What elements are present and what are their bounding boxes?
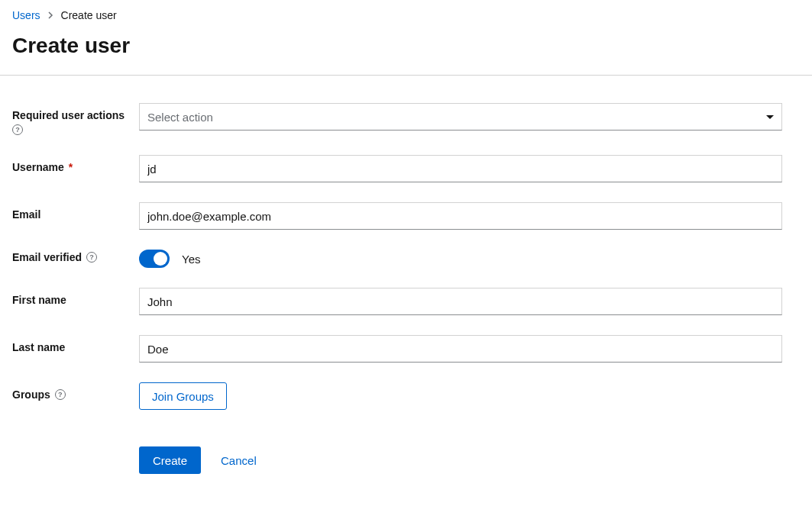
chevron-right-icon [48, 11, 53, 19]
toggle-state-label: Yes [182, 253, 200, 266]
field-required-user-actions: Required user actions ? Select action [12, 103, 782, 135]
field-email: Email [12, 202, 782, 230]
page-title: Create user [12, 34, 800, 58]
breadcrumb: Users Create user [12, 9, 800, 21]
select-placeholder: Select action [147, 111, 213, 124]
caret-down-icon [766, 115, 774, 119]
required-indicator: * [69, 161, 73, 173]
label-last-name: Last name [12, 335, 139, 353]
cancel-button[interactable]: Cancel [221, 454, 257, 467]
label-required-user-actions: Required user actions ? [12, 103, 139, 135]
field-username: Username * [12, 155, 782, 182]
first-name-input[interactable] [139, 288, 782, 315]
field-first-name: First name [12, 288, 782, 315]
label-first-name: First name [12, 288, 139, 306]
create-button[interactable]: Create [139, 446, 201, 474]
help-icon[interactable]: ? [12, 124, 23, 135]
username-input[interactable] [139, 155, 782, 182]
field-groups: Groups ? Join Groups [12, 382, 782, 410]
create-user-form: Required user actions ? Select action Us… [0, 76, 794, 501]
label-email-verified: Email verified ? [12, 250, 139, 263]
field-last-name: Last name [12, 335, 782, 363]
page-header: Users Create user Create user [0, 0, 812, 76]
toggle-knob [154, 252, 167, 266]
label-email: Email [12, 202, 139, 221]
label-groups: Groups ? [12, 382, 139, 401]
breadcrumb-link-users[interactable]: Users [12, 9, 40, 21]
label-username: Username * [12, 155, 139, 173]
email-input[interactable] [139, 202, 782, 230]
help-icon[interactable]: ? [86, 252, 97, 263]
email-verified-toggle[interactable] [139, 250, 170, 268]
join-groups-button[interactable]: Join Groups [139, 382, 227, 410]
last-name-input[interactable] [139, 335, 782, 363]
form-actions: Create Cancel [139, 446, 782, 474]
breadcrumb-current: Create user [61, 9, 117, 21]
help-icon[interactable]: ? [55, 389, 66, 400]
field-email-verified: Email verified ? Yes [12, 250, 782, 268]
required-user-actions-select[interactable]: Select action [139, 103, 782, 131]
